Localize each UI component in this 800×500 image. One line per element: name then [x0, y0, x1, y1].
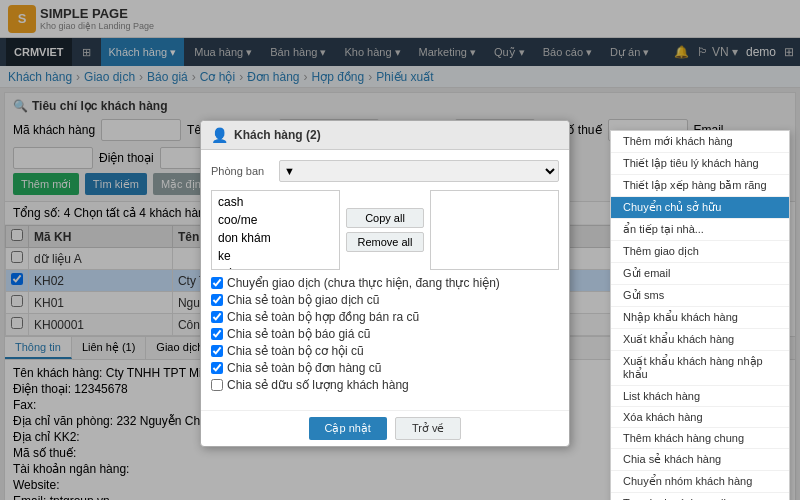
phongban-select-label: Phòng ban	[211, 165, 271, 177]
check-label-6: Chia sẻ toàn bộ đơn hàng cũ	[227, 361, 381, 375]
modal-title: Khách hàng (2)	[234, 128, 321, 142]
list-item-donkham[interactable]: don khám	[214, 229, 337, 247]
ctx-them-giao-dich[interactable]: Thêm giao dịch	[611, 241, 789, 263]
ctx-chuyen-chu-so-huu[interactable]: Chuyển chủ sở hữu	[611, 197, 789, 219]
check-label-4: Chia sẻ toàn bộ báo giá cũ	[227, 327, 370, 341]
check-4[interactable]	[211, 328, 223, 340]
user-list-left[interactable]: cash coo/me don khám ke kế toán kinh doa…	[211, 190, 340, 270]
ctx-thiet-lap-tieu-ly[interactable]: Thiết lập tiêu lý khách hàng	[611, 153, 789, 175]
modal-select-row: Phòng ban ▼	[211, 160, 559, 182]
check-item-7: Chia sẻ dữu số lượng khách hàng	[211, 378, 559, 392]
ctx-list[interactable]: List khách hàng	[611, 386, 789, 407]
modal-header: 👤 Khách hàng (2)	[201, 121, 569, 150]
ctx-xoa[interactable]: Xóa khách hàng	[611, 407, 789, 428]
check-label-2: Chia sẻ toàn bộ giao dịch cũ	[227, 293, 379, 307]
check-3[interactable]	[211, 311, 223, 323]
ctx-gui-email[interactable]: Gửi email	[611, 263, 789, 285]
check-item-4: Chia sẻ toàn bộ báo giá cũ	[211, 327, 559, 341]
check-7[interactable]	[211, 379, 223, 391]
ctx-mailchimp[interactable]: Tạo danh sách email Mailchimp	[611, 493, 789, 500]
check-label-3: Chia sẻ toàn bộ hợp đồng bán ra cũ	[227, 310, 419, 324]
modal-body: Phòng ban ▼ cash coo/me don khám ke kế t…	[201, 150, 569, 410]
ctx-thiet-lap-xep-hang[interactable]: Thiết lập xếp hàng bằm rãng	[611, 175, 789, 197]
ctx-nhap-khau[interactable]: Nhập khẩu khách hàng	[611, 307, 789, 329]
ctx-an-tao-tai-nha[interactable]: ẩn tiếp tại nhà...	[611, 219, 789, 241]
close-btn[interactable]: Trở về	[395, 417, 462, 440]
check-label-7: Chia sẻ dữu số lượng khách hàng	[227, 378, 409, 392]
ctx-xuat-khau[interactable]: Xuất khẩu khách hàng	[611, 329, 789, 351]
check-2[interactable]	[211, 294, 223, 306]
check-label-1: Chuyển giao dịch (chưa thực hiện, đang t…	[227, 276, 500, 290]
context-menu: Thêm mới khách hàng Thiết lập tiêu lý kh…	[610, 130, 790, 500]
list-item-ketoan[interactable]: kế toán	[214, 265, 337, 270]
ctx-chia-se[interactable]: Chia sẻ khách hàng	[611, 449, 789, 471]
check-item-6: Chia sẻ toàn bộ đơn hàng cũ	[211, 361, 559, 375]
modal-icon: 👤	[211, 127, 228, 143]
ctx-them-moi[interactable]: Thêm mới khách hàng	[611, 131, 789, 153]
check-5[interactable]	[211, 345, 223, 357]
ctx-gui-sms[interactable]: Gửi sms	[611, 285, 789, 307]
check-1[interactable]	[211, 277, 223, 289]
modal-footer: Cập nhật Trở về	[201, 410, 569, 446]
list-item-coome[interactable]: coo/me	[214, 211, 337, 229]
check-item-2: Chia sẻ toàn bộ giao dịch cũ	[211, 293, 559, 307]
ctx-them-chung[interactable]: Thêm khách hàng chung	[611, 428, 789, 449]
user-list-right[interactable]	[430, 190, 559, 270]
check-item-3: Chia sẻ toàn bộ hợp đồng bán ra cũ	[211, 310, 559, 324]
copy-all-btn[interactable]: Copy all	[346, 208, 423, 228]
check-6[interactable]	[211, 362, 223, 374]
phongban-select[interactable]: ▼	[279, 160, 559, 182]
check-label-5: Chia sẻ toàn bộ cơ hội cũ	[227, 344, 364, 358]
check-item-1: Chuyển giao dịch (chưa thực hiện, đang t…	[211, 276, 559, 290]
checkbox-list: Chuyển giao dịch (chưa thực hiện, đang t…	[211, 276, 559, 392]
update-btn[interactable]: Cập nhật	[309, 417, 387, 440]
list-item-cash[interactable]: cash	[214, 193, 337, 211]
transfer-modal: 👤 Khách hàng (2) Phòng ban ▼ cash coo/me	[200, 120, 570, 447]
ctx-chuyen-nhom[interactable]: Chuyển nhóm khách hàng	[611, 471, 789, 493]
check-item-5: Chia sẻ toàn bộ cơ hội cũ	[211, 344, 559, 358]
ctx-xuat-khau-nhap[interactable]: Xuất khẩu khách hàng nhập khẩu	[611, 351, 789, 386]
remove-all-btn[interactable]: Remove all	[346, 232, 423, 252]
list-item-ke[interactable]: ke	[214, 247, 337, 265]
